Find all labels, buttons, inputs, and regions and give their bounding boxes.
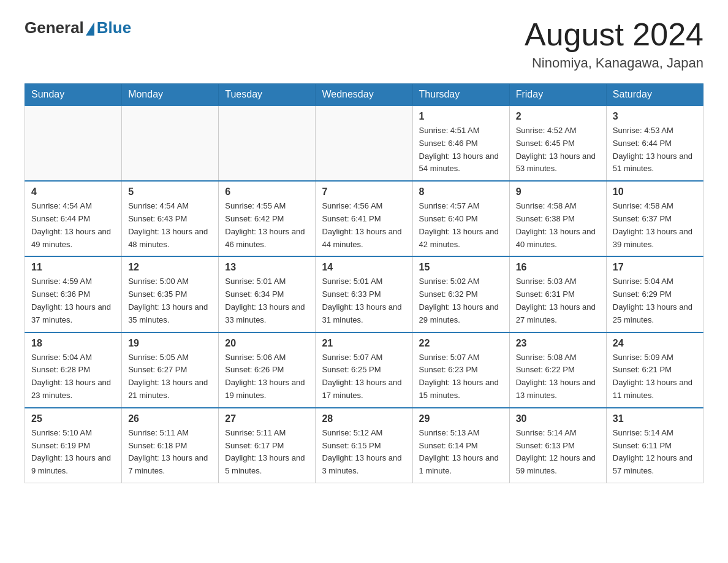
- calendar-cell: [122, 105, 219, 181]
- calendar-cell: 14Sunrise: 5:01 AMSunset: 6:33 PMDayligh…: [316, 256, 412, 332]
- day-info: Sunrise: 5:00 AMSunset: 6:35 PMDaylight:…: [128, 275, 212, 326]
- day-info: Sunrise: 4:58 AMSunset: 6:38 PMDaylight:…: [516, 200, 600, 251]
- day-info: Sunrise: 4:57 AMSunset: 6:40 PMDaylight:…: [419, 200, 503, 251]
- calendar-cell: 4Sunrise: 4:54 AMSunset: 6:44 PMDaylight…: [25, 181, 122, 256]
- weekday-header-friday: Friday: [509, 84, 606, 106]
- day-info: Sunrise: 5:05 AMSunset: 6:27 PMDaylight:…: [128, 351, 212, 402]
- day-number: 23: [516, 338, 600, 349]
- day-number: 20: [225, 338, 309, 349]
- day-number: 5: [128, 186, 212, 197]
- day-info: Sunrise: 5:01 AMSunset: 6:33 PMDaylight:…: [322, 275, 406, 326]
- calendar-cell: 8Sunrise: 4:57 AMSunset: 6:40 PMDaylight…: [412, 181, 509, 256]
- calendar-cell: [316, 105, 412, 181]
- day-info: Sunrise: 4:52 AMSunset: 6:45 PMDaylight:…: [516, 124, 600, 175]
- calendar-cell: 22Sunrise: 5:07 AMSunset: 6:23 PMDayligh…: [412, 332, 509, 408]
- logo-blue-text: Blue: [97, 18, 131, 37]
- day-number: 27: [225, 413, 309, 424]
- calendar-week-3: 11Sunrise: 4:59 AMSunset: 6:36 PMDayligh…: [25, 256, 703, 332]
- calendar-cell: 6Sunrise: 4:55 AMSunset: 6:42 PMDaylight…: [219, 181, 316, 256]
- day-info: Sunrise: 4:59 AMSunset: 6:36 PMDaylight:…: [31, 275, 115, 326]
- calendar-cell: 26Sunrise: 5:11 AMSunset: 6:18 PMDayligh…: [122, 408, 219, 483]
- day-info: Sunrise: 5:11 AMSunset: 6:17 PMDaylight:…: [225, 427, 309, 478]
- calendar-week-5: 25Sunrise: 5:10 AMSunset: 6:19 PMDayligh…: [25, 408, 703, 483]
- day-info: Sunrise: 5:10 AMSunset: 6:19 PMDaylight:…: [31, 427, 115, 478]
- weekday-header-wednesday: Wednesday: [316, 84, 412, 106]
- day-number: 13: [225, 262, 309, 273]
- logo: General Blue: [25, 18, 131, 37]
- day-info: Sunrise: 5:11 AMSunset: 6:18 PMDaylight:…: [128, 427, 212, 478]
- logo-triangle-icon: [86, 22, 94, 36]
- day-number: 29: [419, 413, 503, 424]
- calendar-week-4: 18Sunrise: 5:04 AMSunset: 6:28 PMDayligh…: [25, 332, 703, 408]
- calendar-cell: 7Sunrise: 4:56 AMSunset: 6:41 PMDaylight…: [316, 181, 412, 256]
- calendar-cell: 15Sunrise: 5:02 AMSunset: 6:32 PMDayligh…: [412, 256, 509, 332]
- day-number: 24: [613, 338, 697, 349]
- calendar-cell: 27Sunrise: 5:11 AMSunset: 6:17 PMDayligh…: [219, 408, 316, 483]
- calendar-cell: 24Sunrise: 5:09 AMSunset: 6:21 PMDayligh…: [606, 332, 703, 408]
- day-number: 10: [613, 186, 697, 197]
- weekday-header-saturday: Saturday: [606, 84, 703, 106]
- day-number: 28: [322, 413, 406, 424]
- day-info: Sunrise: 5:08 AMSunset: 6:22 PMDaylight:…: [516, 351, 600, 402]
- day-number: 30: [516, 413, 600, 424]
- day-number: 3: [613, 111, 697, 122]
- day-info: Sunrise: 4:58 AMSunset: 6:37 PMDaylight:…: [613, 200, 697, 251]
- day-number: 7: [322, 186, 406, 197]
- day-info: Sunrise: 5:02 AMSunset: 6:32 PMDaylight:…: [419, 275, 503, 326]
- day-info: Sunrise: 5:13 AMSunset: 6:14 PMDaylight:…: [419, 427, 503, 478]
- calendar-cell: 2Sunrise: 4:52 AMSunset: 6:45 PMDaylight…: [509, 105, 606, 181]
- day-info: Sunrise: 5:14 AMSunset: 6:13 PMDaylight:…: [516, 427, 600, 478]
- calendar-cell: 21Sunrise: 5:07 AMSunset: 6:25 PMDayligh…: [316, 332, 412, 408]
- day-info: Sunrise: 4:56 AMSunset: 6:41 PMDaylight:…: [322, 200, 406, 251]
- day-info: Sunrise: 5:14 AMSunset: 6:11 PMDaylight:…: [613, 427, 697, 478]
- day-info: Sunrise: 4:54 AMSunset: 6:43 PMDaylight:…: [128, 200, 212, 251]
- calendar-cell: 11Sunrise: 4:59 AMSunset: 6:36 PMDayligh…: [25, 256, 122, 332]
- calendar-cell: 30Sunrise: 5:14 AMSunset: 6:13 PMDayligh…: [509, 408, 606, 483]
- calendar-cell: 5Sunrise: 4:54 AMSunset: 6:43 PMDaylight…: [122, 181, 219, 256]
- day-number: 1: [419, 111, 503, 122]
- calendar-week-2: 4Sunrise: 4:54 AMSunset: 6:44 PMDaylight…: [25, 181, 703, 256]
- month-year-title: August 2024: [525, 18, 703, 50]
- page-header: General Blue August 2024 Ninomiya, Kanag…: [25, 18, 703, 71]
- day-info: Sunrise: 5:07 AMSunset: 6:23 PMDaylight:…: [419, 351, 503, 402]
- logo-general-text: General: [25, 18, 84, 37]
- day-number: 14: [322, 262, 406, 273]
- day-number: 16: [516, 262, 600, 273]
- day-number: 6: [225, 186, 309, 197]
- day-number: 26: [128, 413, 212, 424]
- calendar-cell: 23Sunrise: 5:08 AMSunset: 6:22 PMDayligh…: [509, 332, 606, 408]
- calendar-cell: 29Sunrise: 5:13 AMSunset: 6:14 PMDayligh…: [412, 408, 509, 483]
- calendar-cell: 20Sunrise: 5:06 AMSunset: 6:26 PMDayligh…: [219, 332, 316, 408]
- weekday-header-sunday: Sunday: [25, 84, 122, 106]
- calendar-cell: 17Sunrise: 5:04 AMSunset: 6:29 PMDayligh…: [606, 256, 703, 332]
- calendar-cell: 13Sunrise: 5:01 AMSunset: 6:34 PMDayligh…: [219, 256, 316, 332]
- day-info: Sunrise: 5:04 AMSunset: 6:28 PMDaylight:…: [31, 351, 115, 402]
- day-number: 8: [419, 186, 503, 197]
- weekday-header-tuesday: Tuesday: [219, 84, 316, 106]
- calendar-header-row: SundayMondayTuesdayWednesdayThursdayFrid…: [25, 84, 703, 106]
- calendar-cell: 10Sunrise: 4:58 AMSunset: 6:37 PMDayligh…: [606, 181, 703, 256]
- day-number: 18: [31, 338, 115, 349]
- calendar-cell: 31Sunrise: 5:14 AMSunset: 6:11 PMDayligh…: [606, 408, 703, 483]
- day-info: Sunrise: 5:12 AMSunset: 6:15 PMDaylight:…: [322, 427, 406, 478]
- calendar-cell: 19Sunrise: 5:05 AMSunset: 6:27 PMDayligh…: [122, 332, 219, 408]
- weekday-header-thursday: Thursday: [412, 84, 509, 106]
- calendar-cell: 25Sunrise: 5:10 AMSunset: 6:19 PMDayligh…: [25, 408, 122, 483]
- title-area: August 2024 Ninomiya, Kanagawa, Japan: [525, 18, 703, 71]
- calendar-week-1: 1Sunrise: 4:51 AMSunset: 6:46 PMDaylight…: [25, 105, 703, 181]
- day-number: 25: [31, 413, 115, 424]
- day-info: Sunrise: 4:53 AMSunset: 6:44 PMDaylight:…: [613, 124, 697, 175]
- day-info: Sunrise: 5:06 AMSunset: 6:26 PMDaylight:…: [225, 351, 309, 402]
- day-number: 31: [613, 413, 697, 424]
- calendar-cell: 3Sunrise: 4:53 AMSunset: 6:44 PMDaylight…: [606, 105, 703, 181]
- day-number: 15: [419, 262, 503, 273]
- day-number: 12: [128, 262, 212, 273]
- day-info: Sunrise: 5:03 AMSunset: 6:31 PMDaylight:…: [516, 275, 600, 326]
- day-number: 11: [31, 262, 115, 273]
- day-number: 22: [419, 338, 503, 349]
- day-info: Sunrise: 5:07 AMSunset: 6:25 PMDaylight:…: [322, 351, 406, 402]
- calendar-cell: [25, 105, 122, 181]
- day-number: 21: [322, 338, 406, 349]
- day-info: Sunrise: 5:04 AMSunset: 6:29 PMDaylight:…: [613, 275, 697, 326]
- day-info: Sunrise: 4:54 AMSunset: 6:44 PMDaylight:…: [31, 200, 115, 251]
